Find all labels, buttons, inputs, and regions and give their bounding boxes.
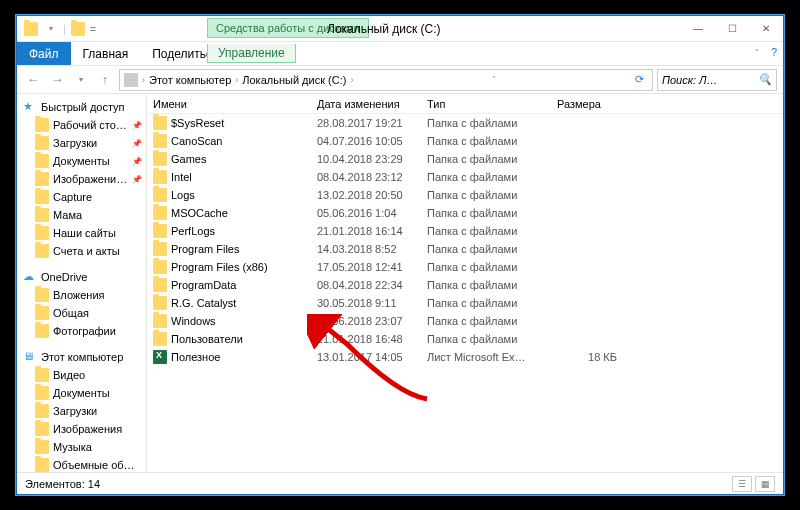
tab-file[interactable]: Файл (17, 42, 71, 65)
sidebar-item[interactable]: Вложения (17, 286, 146, 304)
table-row[interactable]: Games10.04.2018 23:29Папка с файлами (147, 150, 783, 168)
breadcrumb-root[interactable]: Этот компьютер (149, 74, 231, 86)
sidebar-item[interactable]: Рабочий сто…📌 (17, 116, 146, 134)
sidebar-quick-access[interactable]: ★Быстрый доступ (17, 98, 146, 116)
explorer-window: ▾ | = Средства работы с дисками Локальны… (16, 15, 784, 495)
sidebar-item[interactable]: Наши сайты (17, 224, 146, 242)
table-row[interactable]: Windows13.06.2018 23:07Папка с файлами (147, 312, 783, 330)
sidebar-item-label: Общая (53, 307, 89, 319)
file-date: 13.06.2018 23:07 (317, 315, 427, 327)
column-type[interactable]: Тип (427, 98, 557, 110)
column-size[interactable]: Размера (557, 98, 637, 110)
close-button[interactable]: ✕ (749, 18, 783, 40)
sidebar-item[interactable]: Фотографии (17, 322, 146, 340)
sidebar-item-label: Изображени… (53, 173, 127, 185)
sidebar-item[interactable]: Объемные об… (17, 456, 146, 472)
table-row[interactable]: MSOCache05.06.2016 1:04Папка с файлами (147, 204, 783, 222)
sidebar-item-label: Счета и акты (53, 245, 120, 257)
title-bar[interactable]: ▾ | = Средства работы с дисками Локальны… (17, 16, 783, 42)
sidebar-item[interactable]: Музыка (17, 438, 146, 456)
qat-equals: = (90, 23, 96, 35)
sidebar-item[interactable]: Документы (17, 384, 146, 402)
sidebar-item-label: Мама (53, 209, 82, 221)
sidebar-item[interactable]: Изображени…📌 (17, 170, 146, 188)
sidebar-item[interactable]: Общая (17, 304, 146, 322)
history-button[interactable]: ▾ (71, 70, 91, 90)
sidebar-item-label: Загрузки (53, 405, 97, 417)
file-name: Полезное (171, 351, 220, 363)
file-type: Папка с файлами (427, 279, 557, 291)
sidebar-item[interactable]: Видео (17, 366, 146, 384)
ribbon-collapse-icon[interactable]: ˄ (749, 42, 765, 65)
sidebar-item[interactable]: Загрузки📌 (17, 134, 146, 152)
up-button[interactable]: ↑ (95, 70, 115, 90)
chevron-right-icon[interactable]: › (142, 75, 145, 85)
help-icon[interactable]: ? (765, 42, 783, 65)
sidebar-item[interactable]: Загрузки (17, 402, 146, 420)
folder-icon (35, 226, 49, 240)
file-rows[interactable]: $SysReset28.08.2017 19:21Папка с файлами… (147, 114, 783, 472)
sidebar-item[interactable]: Мама (17, 206, 146, 224)
search-input[interactable]: Поиск: Л… 🔍 (657, 69, 777, 91)
address-chevron-icon[interactable]: ˅ (492, 75, 496, 84)
qat-chevron-icon[interactable]: ▾ (43, 21, 59, 37)
tab-home[interactable]: Главная (71, 42, 141, 65)
folder-icon (23, 21, 39, 37)
file-date: 08.04.2018 23:12 (317, 171, 427, 183)
sidebar-onedrive[interactable]: ☁OneDrive (17, 268, 146, 286)
sidebar-item[interactable]: Документы📌 (17, 152, 146, 170)
details-view-icon[interactable]: ☰ (732, 476, 752, 492)
folder-icon (35, 208, 49, 222)
pin-icon: 📌 (132, 175, 142, 184)
sidebar-item[interactable]: Счета и акты (17, 242, 146, 260)
pin-icon (35, 154, 49, 168)
file-date: 17.05.2018 12:41 (317, 261, 427, 273)
tab-manage[interactable]: Управление (207, 44, 296, 63)
chevron-right-icon[interactable]: › (350, 75, 353, 85)
table-row[interactable]: Пользователи21.01.2018 16:48Папка с файл… (147, 330, 783, 348)
table-row[interactable]: Logs13.02.2018 20:50Папка с файлами (147, 186, 783, 204)
table-row[interactable]: $SysReset28.08.2017 19:21Папка с файлами (147, 114, 783, 132)
minimize-button[interactable]: — (681, 18, 715, 40)
file-date: 08.04.2018 22:34 (317, 279, 427, 291)
table-row[interactable]: CanoScan04.07.2016 10:05Папка с файлами (147, 132, 783, 150)
forward-button[interactable]: → (47, 70, 67, 90)
maximize-button[interactable]: ☐ (715, 18, 749, 40)
folder-icon (35, 190, 49, 204)
table-row[interactable]: ProgramData08.04.2018 22:34Папка с файла… (147, 276, 783, 294)
navigation-pane[interactable]: ★Быстрый доступ Рабочий сто…📌Загрузки📌До… (17, 94, 147, 472)
folder-icon (153, 152, 167, 166)
table-row[interactable]: Program Files14.03.2018 8:52Папка с файл… (147, 240, 783, 258)
file-type: Папка с файлами (427, 243, 557, 255)
table-row[interactable]: Полезное13.01.2017 14:05Лист Microsoft E… (147, 348, 783, 366)
folder-icon (35, 440, 49, 454)
sidebar-item[interactable]: Capture (17, 188, 146, 206)
sidebar-item[interactable]: Изображения (17, 420, 146, 438)
sidebar-item-label: Документы (53, 387, 110, 399)
file-type: Папка с файлами (427, 117, 557, 129)
cloud-icon: ☁ (23, 270, 37, 284)
file-list-pane: Имени Дата изменения Тип Размера $SysRes… (147, 94, 783, 472)
file-name: PerfLogs (171, 225, 215, 237)
column-name[interactable]: Имени (147, 98, 317, 110)
folder-icon (35, 368, 49, 382)
column-date[interactable]: Дата изменения (317, 98, 427, 110)
table-row[interactable]: PerfLogs21.01.2018 16:14Папка с файлами (147, 222, 783, 240)
folder-icon (153, 116, 167, 130)
column-headers[interactable]: Имени Дата изменения Тип Размера (147, 94, 783, 114)
table-row[interactable]: Program Files (x86)17.05.2018 12:41Папка… (147, 258, 783, 276)
back-button[interactable]: ← (23, 70, 43, 90)
divider: | (63, 23, 66, 35)
sidebar-this-pc[interactable]: 🖥Этот компьютер (17, 348, 146, 366)
file-type: Папка с файлами (427, 207, 557, 219)
table-row[interactable]: Intel08.04.2018 23:12Папка с файлами (147, 168, 783, 186)
file-type: Папка с файлами (427, 315, 557, 327)
table-row[interactable]: R.G. Catalyst30.05.2018 9:11Папка с файл… (147, 294, 783, 312)
sidebar-item-label: Рабочий сто… (53, 119, 127, 131)
file-name: Games (171, 153, 206, 165)
address-bar[interactable]: › Этот компьютер › Локальный диск (C:) ›… (119, 69, 653, 91)
chevron-right-icon[interactable]: › (235, 75, 238, 85)
thumbnails-view-icon[interactable]: ▦ (755, 476, 775, 492)
breadcrumb-current[interactable]: Локальный диск (C:) (242, 74, 346, 86)
refresh-icon[interactable]: ⟳ (635, 73, 648, 86)
